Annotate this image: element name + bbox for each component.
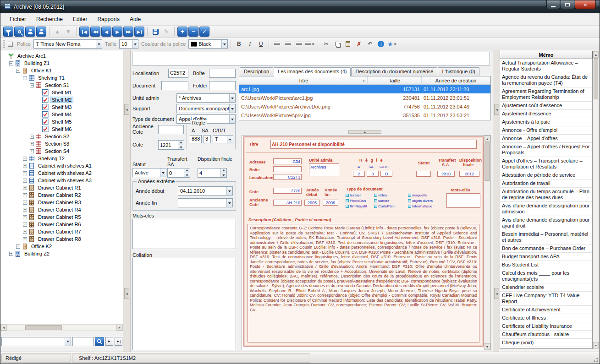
delete-button[interactable]: ✗ <box>354 39 364 49</box>
expand-icon[interactable]: + <box>23 201 27 205</box>
memo-item[interactable]: Calendrier scolaire <box>500 283 592 292</box>
goto-last-button[interactable]: ►| <box>115 337 122 346</box>
expand-icon[interactable]: + <box>23 186 27 190</box>
font-color-combobox[interactable]: Black <box>188 39 228 49</box>
tab-les-images-des-documents-4[interactable]: Les images des documents (4) <box>274 67 351 76</box>
left-splitter[interactable]: ◄ ◄ <box>123 50 131 352</box>
info-button[interactable]: i <box>376 39 386 49</box>
memo-item[interactable]: Certificate of Achievement <box>500 306 592 314</box>
remove-button[interactable]: − <box>188 27 198 37</box>
tree-item-cabinet-with-shelves-a2[interactable]: +Cabinet with shelves A2 <box>1 169 123 177</box>
spinner-arrows-icon[interactable] <box>178 141 184 149</box>
user-add-button[interactable] <box>25 27 35 37</box>
tree-item-archive-arc1[interactable]: Archive Arc1 <box>1 52 123 60</box>
align-right-button[interactable] <box>294 39 304 49</box>
collation-textarea[interactable] <box>132 258 236 350</box>
tree-item-drawer-cabinet-r5[interactable]: +Drawer Cabinet R5 <box>1 213 123 221</box>
confirm-button[interactable]: ✓ <box>199 27 209 37</box>
chevron-down-icon[interactable] <box>226 187 232 195</box>
collapse-icon[interactable]: − <box>9 61 13 65</box>
collapse-left-icon[interactable]: ◄ <box>494 104 499 115</box>
memo-item[interactable]: Ajustement coût d'essence <box>500 102 592 110</box>
underline-button[interactable]: U <box>256 39 266 49</box>
tree-item-cabinet-with-shelves-a1[interactable]: +Cabinet with shelves A1 <box>1 162 123 169</box>
expand-icon[interactable]: + <box>16 244 20 249</box>
chevron-down-icon[interactable] <box>229 115 235 123</box>
tree-item-section-s3[interactable]: +Section S3 <box>1 140 123 147</box>
filter-search-button[interactable] <box>3 27 13 37</box>
italic-button[interactable]: I <box>245 39 255 49</box>
nav-next-button[interactable]: ▶ <box>112 27 122 37</box>
collapse-left-icon[interactable]: ◄ <box>124 288 129 299</box>
chevron-down-icon[interactable] <box>132 40 138 48</box>
statut-combobox[interactable]: Active <box>132 168 166 177</box>
memo-item[interactable]: Chauffeurs d'autobus - salaire <box>500 331 592 339</box>
save-button[interactable] <box>150 27 160 37</box>
close-button[interactable]: × <box>575 0 596 9</box>
move-up-button[interactable]: ▲ <box>52 27 62 37</box>
memo-item[interactable]: Agreement Regarding Termination of Emplo… <box>500 87 592 102</box>
expand-icon[interactable]: + <box>23 164 27 168</box>
maximize-button[interactable] <box>561 0 574 9</box>
tree-item-building-z1[interactable]: −Building Z1 <box>1 60 123 67</box>
font-size-combobox[interactable]: 10 <box>119 39 138 49</box>
minimize-button[interactable] <box>546 0 560 9</box>
memo-item[interactable]: Annonce – Appel d'offres <box>500 135 592 143</box>
memo-item[interactable]: Attestation de période de service <box>500 171 592 179</box>
paste-button[interactable] <box>343 39 353 49</box>
tree-item-shelf-m5[interactable]: Shelf M5 <box>1 118 123 125</box>
move-down-button[interactable]: ▼ <box>63 27 73 37</box>
cote-spinner[interactable]: 1221 <box>158 140 184 150</box>
grid-row[interactable]: C:\Users\Work\Pictures\arc1.jpg23048101.… <box>239 93 490 102</box>
annee-fin-combobox[interactable] <box>178 198 233 207</box>
add-button[interactable]: + <box>177 27 187 37</box>
align-left-button[interactable] <box>272 39 282 49</box>
tree-item-shelving-t1[interactable]: −Shelving T1 <box>1 74 123 81</box>
menu-aide[interactable]: Aide <box>125 14 145 24</box>
collapse-up-icon[interactable]: ▲ <box>348 130 381 134</box>
chevron-down-icon[interactable] <box>226 199 232 207</box>
mots-cles-textarea[interactable] <box>132 219 236 249</box>
localisation-field[interactable]: C25T2 <box>168 69 188 78</box>
scrollbar-track[interactable] <box>593 100 599 342</box>
tree-item-shelving-t2[interactable]: +Shelving T2 <box>1 155 123 162</box>
tree-item-drawer-cabinet-r3[interactable]: +Drawer Cabinet R3 <box>1 199 123 206</box>
nav-last-button[interactable]: ▶ <box>134 27 144 37</box>
collapse-left-icon[interactable]: ◄ <box>124 104 129 115</box>
search-button[interactable] <box>14 27 24 37</box>
tree-item-section-s2[interactable]: +Section S2 <box>1 133 123 140</box>
scroll-up-icon[interactable]: ▲ <box>484 136 490 142</box>
menu-fichier[interactable]: Fichier <box>5 14 31 24</box>
scroll-down-icon[interactable]: ▼ <box>484 343 490 350</box>
scrollbar-thumb[interactable] <box>484 142 490 181</box>
scroll-right-icon[interactable]: ► <box>116 325 123 331</box>
expand-icon[interactable]: + <box>23 171 27 175</box>
tree-item-drawer-cabinet-r2[interactable]: +Drawer Cabinet R2 <box>1 191 123 199</box>
grid-row[interactable]: C:\Users\Work\Pictures\ArchiveDoc.png774… <box>239 102 490 111</box>
chevron-down-icon[interactable] <box>96 40 102 48</box>
chevron-down-icon[interactable] <box>229 104 235 113</box>
grid-column-taille[interactable]: Taille <box>368 76 422 84</box>
tree-item-shelf-m3[interactable]: Shelf M3 <box>1 103 123 111</box>
tree-item-cabinet-with-shelves-a3[interactable]: +Cabinet with shelves A3 <box>1 177 123 184</box>
memo-scrollbar[interactable]: ▲ ▼ <box>593 51 599 349</box>
copy-button[interactable] <box>332 39 342 49</box>
collapse-icon[interactable]: − <box>23 76 27 80</box>
tree-search-button[interactable] <box>95 337 104 346</box>
nav-first-button[interactable]: ◀ <box>79 27 89 37</box>
grid-row[interactable]: arc1.jpg15713101.11.2012 23:11:20 <box>239 85 490 93</box>
expand-icon[interactable]: + <box>23 223 27 227</box>
folder-field[interactable] <box>209 81 236 90</box>
scrollbar-thumb[interactable] <box>25 325 62 330</box>
regle-sa-field[interactable]: 3 <box>204 135 211 143</box>
collapse-icon[interactable]: − <box>30 83 34 87</box>
record-title-field[interactable] <box>132 52 490 65</box>
user-search-button[interactable] <box>36 27 46 37</box>
memo-item[interactable]: Budget transport des APA <box>500 253 592 261</box>
goto-button[interactable]: ► <box>105 337 113 346</box>
memo-item[interactable]: Certificate of Illness <box>500 314 592 322</box>
tree-item-drawer-cabinet-r8[interactable]: +Drawer Cabinet R8 <box>1 235 123 243</box>
tree-item-section-s4[interactable]: +Section S4 <box>1 147 123 155</box>
tree-item-section-s1[interactable]: −Section S1 <box>1 81 123 89</box>
tree-item-drawer-cabinet-r4[interactable]: +Drawer Cabinet R4 <box>1 206 123 213</box>
